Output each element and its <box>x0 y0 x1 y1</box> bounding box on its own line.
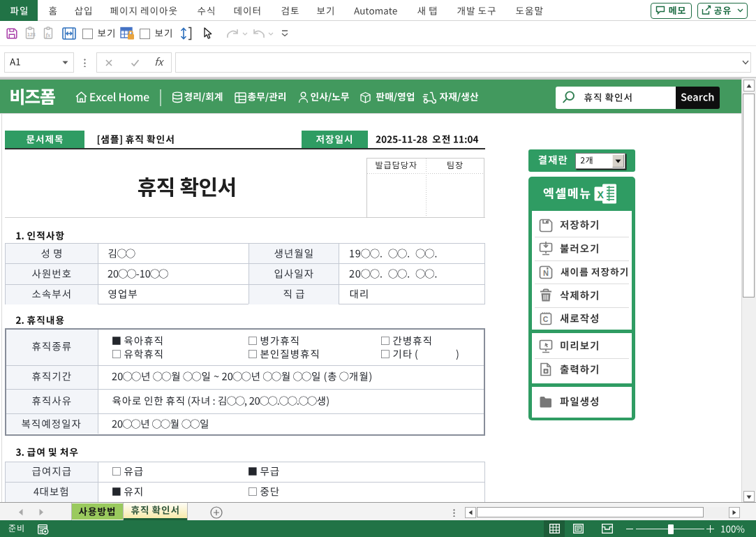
svg-text:fx: fx <box>46 32 51 38</box>
svg-text:123: 123 <box>27 32 36 37</box>
svg-text:X: X <box>598 189 605 200</box>
svg-text:N: N <box>543 269 549 277</box>
svg-text:C: C <box>543 315 549 323</box>
